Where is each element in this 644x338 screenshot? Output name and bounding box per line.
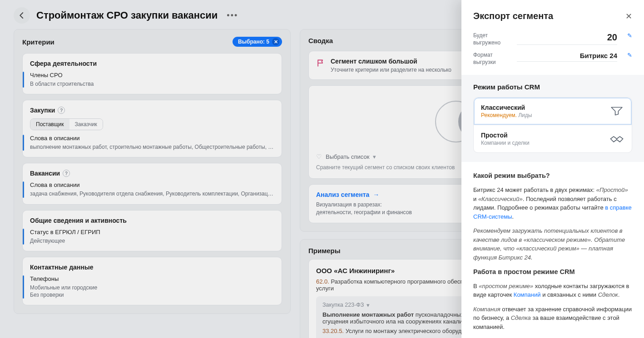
row-label: Телефоны (30, 275, 274, 282)
row-label: Слова в описании (30, 181, 274, 188)
back-button[interactable] (14, 7, 30, 24)
companies-link[interactable]: Компаний (514, 291, 541, 298)
close-button[interactable]: ✕ (625, 11, 632, 21)
heart-icon: ♡ (316, 153, 322, 160)
criteria-title: Критерии (22, 38, 54, 46)
help-icon[interactable]: ? (63, 170, 70, 177)
okved-code: 62.0. (316, 278, 329, 285)
criteria-panel: Критерии Выбрано: 5 ✕ Сфера деятельности… (14, 29, 291, 314)
help-para-3: В «простом режиме» холодные контакты заг… (473, 282, 632, 299)
row-label: Слова в описании (30, 135, 274, 142)
funnel-icon (609, 106, 624, 117)
row-sub-line1: Мобильные или городские (30, 284, 274, 291)
selected-count-label: Выбрано: 5 (238, 39, 269, 45)
export-format-value: Битрикс 24 (580, 52, 617, 59)
chevron-down-icon: ▾ (373, 153, 376, 160)
row-sub: выполнение монтажных работ, строительно … (30, 143, 274, 151)
edit-count-button[interactable]: ✎ (627, 32, 632, 39)
export-format-label: Формат выгрузки (473, 52, 511, 66)
role-toggle[interactable]: Поставщик Заказчик (30, 118, 103, 130)
help-heading-1: Какой режим выбрать? (473, 171, 632, 181)
export-count-label: Будет выгружено (473, 32, 511, 46)
select-list-label: Выбрать список (326, 153, 369, 160)
card-title: Сфера деятельности (30, 60, 274, 67)
card-title: Закупки (30, 107, 55, 114)
mode-title: Простой (481, 132, 530, 139)
warning-title: Сегмент слишком большой (331, 58, 451, 65)
export-count-row: Будет выгружено 20 ✎ (461, 29, 644, 49)
export-count-value: 20 (607, 32, 617, 43)
help-para-1: Битрикс 24 может работать в двух режимах… (473, 186, 632, 221)
criteria-card-vacancies[interactable]: Вакансии ? Слова в описании задача снабж… (22, 163, 282, 204)
row-label: Статус в ЕГРЮЛ / ЕГРИП (30, 229, 274, 235)
analysis-link-text: Анализ сегмента (316, 191, 369, 198)
chevron-down-icon: ▾ (367, 302, 370, 309)
row-sub: В области строительства (30, 80, 274, 88)
help-heading-2: Работа в простом режиме CRM (473, 267, 632, 277)
card-title: Контактные данные (30, 264, 274, 271)
help-para-2: Рекомендуем загружать потенциальных клие… (473, 226, 632, 262)
handshake-icon (609, 133, 624, 144)
crm-mode-simple[interactable]: Простой Компании и сделки (474, 125, 632, 152)
arrow-left-icon (18, 11, 26, 20)
mode-sub: Компании и сделки (481, 140, 530, 146)
card-title: Общие сведения и активность (30, 217, 274, 224)
help-icon[interactable]: ? (58, 107, 65, 114)
role-toggle-supplier[interactable]: Поставщик (30, 119, 69, 130)
criteria-card-purchases[interactable]: Закупки ? Поставщик Заказчик Слова в опи… (22, 100, 282, 157)
help-para-4: Компания отвечает за хранение справочной… (473, 305, 632, 332)
more-menu-button[interactable]: ••• (224, 9, 241, 22)
criteria-card-contacts[interactable]: Контактные данные Телефоны Мобильные или… (22, 257, 282, 305)
warning-sub: Уточните критерии или разделите на неско… (331, 67, 451, 73)
arrow-right-icon: → (373, 191, 379, 198)
edit-format-button[interactable]: ✎ (627, 52, 632, 59)
mode-title: Классический (481, 104, 532, 111)
row-sub: Действующее (30, 237, 274, 245)
row-label: Члены СРО (30, 72, 274, 78)
export-format-row: Формат выгрузки Битрикс 24 ✎ (461, 49, 644, 69)
criteria-card-general[interactable]: Общие сведения и активность Статус в ЕГР… (22, 210, 282, 251)
drawer-title: Экспорт сегмента (473, 11, 553, 21)
export-drawer: Экспорт сегмента ✕ Будет выгружено 20 ✎ … (461, 0, 644, 338)
mode-sub: Рекомендуем. Лиды (481, 112, 532, 118)
page-title: Строймонтаж СРО закупки вакансии (36, 10, 218, 21)
summary-title: Сводка (308, 37, 333, 44)
drawer-help-body: Какой режим выбрать? Битрикс 24 может ра… (461, 162, 644, 338)
row-sub: задача снабжения, Руководителя отдела сн… (30, 190, 274, 197)
crm-mode-section: Режим работы CRM Классический Рекомендуе… (461, 75, 644, 162)
card-title: Вакансии (30, 170, 60, 177)
clear-selected-icon[interactable]: ✕ (272, 38, 279, 45)
row-sub-line2: Без проверки (30, 291, 274, 299)
crm-mode-title: Режим работы CRM (473, 83, 632, 91)
crm-mode-classic[interactable]: Классический Рекомендуем. Лиды (474, 98, 632, 125)
selected-count-chip[interactable]: Выбрано: 5 ✕ (233, 37, 282, 47)
role-toggle-customer[interactable]: Заказчик (69, 119, 103, 130)
criteria-card-sphere[interactable]: Сфера деятельности Члены СРО В области с… (22, 53, 282, 94)
crm-mode-list: Классический Рекомендуем. Лиды Простой К… (473, 97, 632, 153)
flag-icon (316, 59, 325, 68)
examples-title: Примеры (308, 247, 341, 255)
